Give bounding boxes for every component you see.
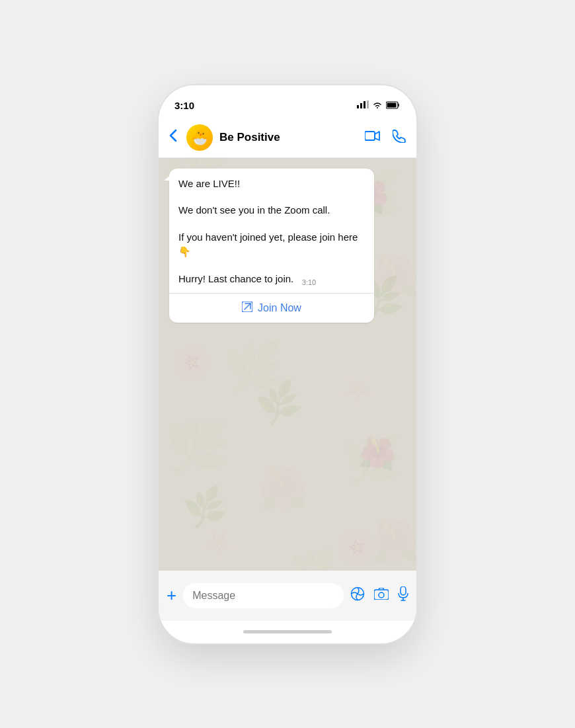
phone-call-icon[interactable]: [393, 130, 406, 146]
svg-rect-3: [367, 101, 369, 108]
chat-header: 🐣 Be Positive: [159, 118, 416, 158]
video-call-icon[interactable]: [365, 130, 381, 145]
home-bar: [243, 630, 332, 633]
svg-point-10: [379, 592, 384, 598]
svg-rect-6: [365, 132, 375, 140]
message-line2: We don't see you in the Zoom call.: [178, 203, 365, 218]
plus-button[interactable]: +: [167, 585, 176, 606]
chat-input-bar: +: [159, 571, 416, 621]
svg-rect-0: [357, 105, 359, 108]
header-actions: [365, 130, 406, 146]
message-line3: If you haven't joined yet, please join h…: [178, 230, 365, 260]
message-divider: [169, 293, 374, 294]
join-now-icon: [242, 302, 252, 315]
message-bubble: We are LIVE!! We don't see you in the Zo…: [169, 169, 374, 323]
sticker-icon[interactable]: [350, 586, 365, 604]
back-button[interactable]: [169, 129, 180, 146]
avatar: 🐣: [186, 124, 213, 151]
status-bar: 3:10: [159, 85, 416, 118]
message-input[interactable]: [183, 583, 344, 608]
status-time: 3:10: [174, 100, 194, 111]
wifi-icon: [372, 100, 383, 112]
join-now-button[interactable]: Join Now: [178, 299, 365, 317]
microphone-icon[interactable]: [398, 586, 408, 604]
svg-rect-5: [387, 102, 397, 107]
status-icons: [357, 100, 401, 112]
message-timestamp: 3:10: [302, 278, 316, 286]
phone-frame: 3:10 🐣 Be Positive: [159, 85, 416, 643]
svg-rect-1: [360, 103, 362, 108]
signal-icon: [357, 101, 369, 110]
notch: [245, 85, 330, 104]
chat-body: 🌿 🌺 🌿 🌸 🌿 🌺 🌿 🌸 We are LIVE!! We don't s…: [159, 158, 416, 571]
svg-rect-2: [364, 101, 365, 108]
input-icons: [350, 586, 408, 604]
join-now-label: Join Now: [258, 302, 301, 314]
svg-rect-11: [401, 586, 406, 595]
message-line1: We are LIVE!!: [178, 177, 365, 192]
battery-icon: [386, 100, 401, 112]
camera-icon[interactable]: [374, 588, 389, 603]
contact-name: Be Positive: [219, 131, 358, 144]
home-indicator: [159, 621, 416, 643]
message-line4: Hurry! Last chance to join.: [178, 273, 293, 284]
